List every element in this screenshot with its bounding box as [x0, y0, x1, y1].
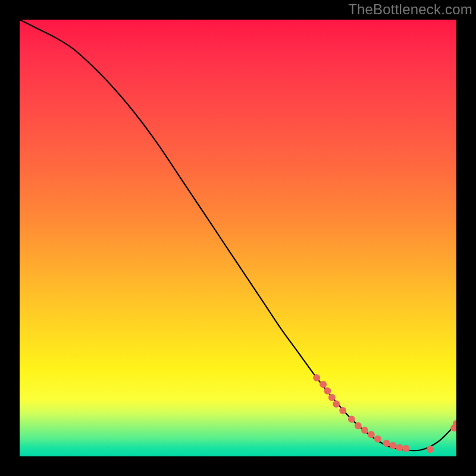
chart-overlay [20, 20, 456, 456]
marked-point [328, 394, 336, 401]
watermark-text: TheBottleneck.com [348, 1, 472, 18]
marked-point [313, 374, 320, 381]
bottleneck-curve [20, 20, 456, 450]
marked-point [339, 407, 346, 414]
marked-point [324, 387, 331, 394]
marked-point [368, 431, 375, 438]
marked-point [355, 422, 362, 430]
marked-point [333, 400, 340, 408]
marked-point [427, 446, 434, 453]
chart-frame: TheBottleneck.com [0, 0, 476, 476]
marked-point [320, 381, 327, 388]
marked-point [383, 440, 390, 447]
marked-point [390, 442, 397, 449]
marked-point [374, 436, 381, 443]
marked-point [396, 444, 403, 451]
marked-points-group [313, 374, 456, 453]
marked-point [361, 427, 368, 434]
marked-point [403, 445, 410, 452]
marked-point [348, 416, 355, 423]
